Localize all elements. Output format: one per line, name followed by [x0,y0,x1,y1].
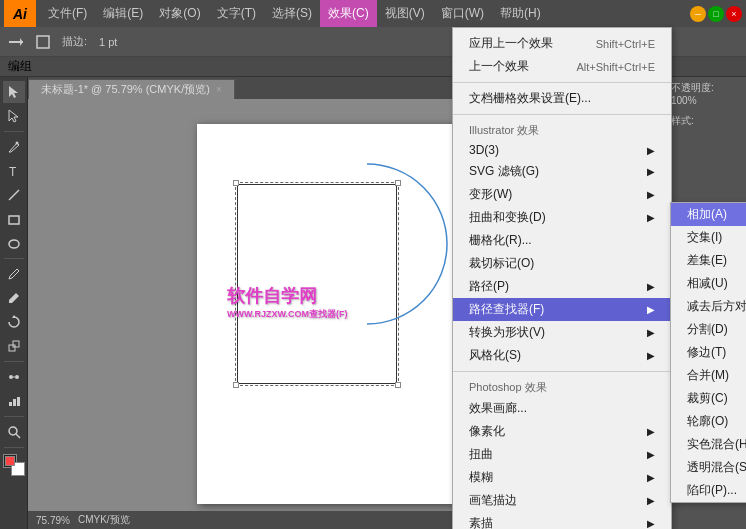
svg-rect-12 [13,341,19,347]
effect-stylize[interactable]: 风格化(S)▶ [453,344,671,367]
pathfinder-divide[interactable]: 分割(D) [671,318,746,341]
effect-warp[interactable]: 变形(W)▶ [453,183,671,206]
pathfinder-exclude[interactable]: 差集(E) [671,249,746,272]
left-toolbar: T [0,77,28,529]
pathfinder-crop[interactable]: 裁剪(C) [671,387,746,410]
effect-brush-strokes[interactable]: 画笔描边▶ [453,489,671,512]
menu-window[interactable]: 窗口(W) [433,0,492,27]
pathfinder-add[interactable]: 相加(A) [671,203,746,226]
tool-zoom[interactable] [3,421,25,443]
toolbar-stroke-label: 描边: [58,32,91,51]
tool-scale[interactable] [3,335,25,357]
tool-graph[interactable] [3,390,25,412]
menu-view[interactable]: 视图(V) [377,0,433,27]
tool-select[interactable] [3,81,25,103]
svg-line-7 [9,190,19,200]
pathfinder-subtract[interactable]: 相减(U) [671,272,746,295]
svg-rect-18 [17,397,20,406]
handle-tl[interactable] [233,180,239,186]
document-tab[interactable]: 未标题-1* @ 75.79% (CMYK/预览) × [28,79,235,99]
menu-edit[interactable]: 编辑(E) [95,0,151,27]
menu-text[interactable]: 文字(T) [209,0,264,27]
tool-divider-2 [4,258,24,259]
tool-ellipse[interactable] [3,232,25,254]
pathfinder-outline[interactable]: 轮廓(O) [671,410,746,433]
tool-pen[interactable] [3,136,25,158]
svg-marker-1 [20,38,23,46]
effect-convert[interactable]: 转换为形状(V)▶ [453,321,671,344]
effect-3d[interactable]: 3D(3)▶ [453,140,671,160]
toolbar-stroke-value[interactable]: 1 pt [95,34,121,50]
effect-blur[interactable]: 模糊▶ [453,466,671,489]
svg-point-5 [15,142,18,145]
effect-gallery[interactable]: 效果画廊... [453,397,671,420]
pathfinder-trap[interactable]: 陷印(P)... [671,479,746,502]
maximize-button[interactable]: □ [708,6,724,22]
effect-cropmarks[interactable]: 裁切标记(O) [453,252,671,275]
menu-effect[interactable]: 效果(C) [320,0,377,27]
apply-last-effect[interactable]: 应用上一个效果 Shift+Ctrl+E [453,32,671,55]
svg-rect-16 [9,402,12,406]
photoshop-effects-label: Photoshop 效果 [453,376,671,397]
effect-pathfinder[interactable]: 路径查找器(F)▶ [453,298,671,321]
tool-divider-5 [4,447,24,448]
color-boxes[interactable] [3,454,25,476]
tool-line[interactable] [3,184,25,206]
group-label: 编组 [8,58,32,75]
color-mode: CMYK/预览 [78,513,130,527]
handle-bl[interactable] [233,382,239,388]
effect-pixelate[interactable]: 像素化▶ [453,420,671,443]
tool-type[interactable]: T [3,160,25,182]
pathfinder-merge[interactable]: 合并(M) [671,364,746,387]
svg-point-19 [9,427,17,435]
effect-section-2: 文档栅格效果设置(E)... [453,82,671,114]
svg-rect-2 [37,36,49,48]
svg-rect-11 [9,345,15,351]
pathfinder-soft-mix[interactable]: 透明混合(S)... [671,456,746,479]
title-bar: Ai 文件(F) 编辑(E) 对象(O) 文字(T) 选择(S) 效果(C) 视… [0,0,746,27]
effect-section-photoshop: Photoshop 效果 效果画廊... 像素化▶ 扭曲▶ 模糊▶ 画笔描边▶ … [453,371,671,529]
minimize-button[interactable]: ─ [690,6,706,22]
menu-help[interactable]: 帮助(H) [492,0,549,27]
effect-svg[interactable]: SVG 滤镜(G)▶ [453,160,671,183]
ai-logo: Ai [4,0,36,27]
toolbar-stroke-square [32,33,54,51]
effect-distort-ps[interactable]: 扭曲▶ [453,443,671,466]
effect-sketch[interactable]: 素描▶ [453,512,671,529]
svg-text:T: T [9,165,17,178]
tool-direct-select[interactable] [3,105,25,127]
menu-select[interactable]: 选择(S) [264,0,320,27]
pathfinder-submenu[interactable]: 相加(A) 交集(I) 差集(E) 相减(U) 减去后方对象(B) 分割(D) … [670,202,746,503]
effect-dropdown[interactable]: 应用上一个效果 Shift+Ctrl+E 上一个效果 Alt+Shift+Ctr… [452,27,672,529]
tool-rect[interactable] [3,208,25,230]
tab-label: 未标题-1* @ 75.79% (CMYK/预览) [41,82,210,97]
zoom-level: 75.79% [36,515,70,526]
effect-path[interactable]: 路径(P)▶ [453,275,671,298]
svg-marker-3 [9,86,18,98]
effect-rasterize[interactable]: 栅格化(R)... [453,229,671,252]
pathfinder-subtract-back[interactable]: 减去后方对象(B) [671,295,746,318]
pathfinder-intersect[interactable]: 交集(I) [671,226,746,249]
close-button[interactable]: × [726,6,742,22]
tool-rotate[interactable] [3,311,25,333]
handle-br[interactable] [395,382,401,388]
pathfinder-hard-mix[interactable]: 实色混合(H) [671,433,746,456]
tool-pencil[interactable] [3,287,25,309]
tool-blend[interactable] [3,366,25,388]
effect-distort[interactable]: 扭曲和变换(D)▶ [453,206,671,229]
last-effect[interactable]: 上一个效果 Alt+Shift+Ctrl+E [453,55,671,78]
selection-box [235,182,399,386]
svg-point-9 [9,240,19,248]
pathfinder-trim[interactable]: 修边(T) [671,341,746,364]
effect-section-1: 应用上一个效果 Shift+Ctrl+E 上一个效果 Alt+Shift+Ctr… [453,28,671,82]
raster-settings[interactable]: 文档栅格效果设置(E)... [453,87,671,110]
tab-close-button[interactable]: × [216,84,222,95]
menu-object[interactable]: 对象(O) [151,0,208,27]
tool-divider-4 [4,416,24,417]
menu-file[interactable]: 文件(F) [40,0,95,27]
svg-line-20 [16,434,20,438]
tool-paintbrush[interactable] [3,263,25,285]
handle-tr[interactable] [395,180,401,186]
window-controls: ─ □ × [690,6,742,22]
opacity-label: 不透明度: 100% [667,77,746,110]
